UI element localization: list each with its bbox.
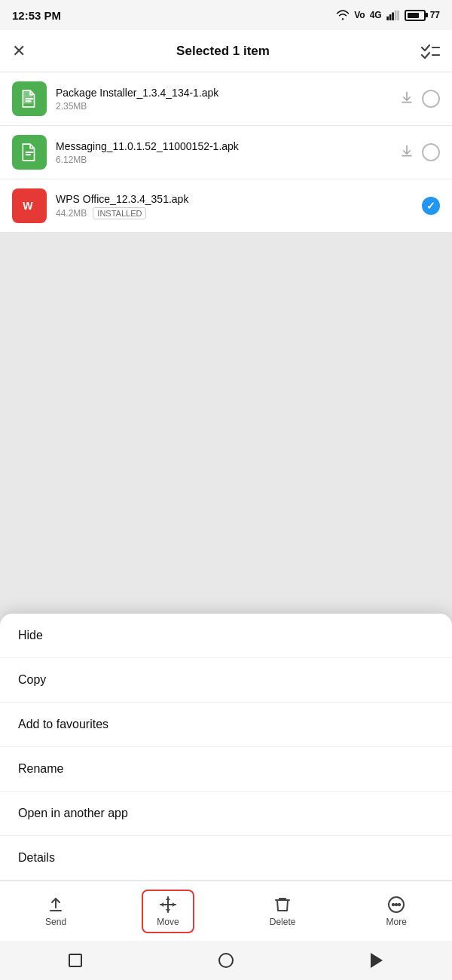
- send-button[interactable]: Send: [30, 890, 81, 933]
- battery-level: 77: [430, 10, 440, 20]
- menu-item-rename[interactable]: Rename: [0, 747, 452, 792]
- status-icons: Vo 4G 77: [336, 10, 440, 21]
- svg-rect-4: [397, 11, 399, 20]
- svg-point-19: [396, 903, 397, 905]
- close-button[interactable]: ✕: [12, 43, 26, 60]
- top-bar: ✕ Selected 1 item: [0, 30, 452, 72]
- 4g-icon: 4G: [370, 10, 382, 20]
- svg-rect-9: [26, 100, 32, 102]
- file-actions-3: [422, 197, 440, 215]
- svg-text:W: W: [23, 200, 33, 212]
- svg-rect-0: [386, 17, 389, 20]
- nav-recent-button[interactable]: [62, 947, 89, 974]
- delete-icon: [273, 896, 292, 914]
- file-meta-3: 44.2MB INSTALLED: [56, 207, 413, 219]
- nav-home-button[interactable]: [212, 947, 240, 974]
- checklist-icon: [420, 43, 440, 60]
- download-icon-1: [399, 90, 414, 109]
- select-checkbox-2[interactable]: [422, 143, 440, 161]
- status-time: 12:53 PM: [12, 9, 61, 22]
- home-icon: [218, 953, 234, 968]
- status-bar: 12:53 PM Vo 4G 77: [0, 0, 452, 30]
- file-name-1: Package Installer_1.3.4_134-1.apk: [56, 87, 390, 99]
- more-button[interactable]: More: [371, 890, 422, 933]
- select-checkbox-1[interactable]: [422, 90, 440, 108]
- svg-rect-12: [26, 154, 32, 155]
- wifi-icon: [336, 10, 350, 20]
- file-actions-1: [399, 90, 440, 109]
- file-info-2: Messaging_11.0.1.52_11000152-1.apk 6.12M…: [56, 140, 390, 165]
- installed-badge: INSTALLED: [93, 207, 146, 219]
- file-size-3: 44.2MB: [56, 208, 87, 219]
- list-item[interactable]: Messaging_11.0.1.52_11000152-1.apk 6.12M…: [0, 126, 452, 179]
- move-label: Move: [157, 917, 179, 927]
- file-meta-1: 2.35MB: [56, 101, 390, 112]
- nav-back-button[interactable]: [363, 947, 390, 974]
- move-icon: [159, 896, 177, 914]
- svg-rect-3: [394, 11, 396, 20]
- battery-icon: [405, 10, 426, 21]
- file-size-2: 6.12MB: [56, 155, 87, 165]
- more-icon: [387, 896, 405, 914]
- delete-label: Delete: [270, 917, 296, 927]
- file-name-2: Messaging_11.0.1.52_11000152-1.apk: [56, 140, 390, 152]
- context-menu: Hide Copy Add to favourites Rename Open …: [0, 614, 452, 980]
- send-label: Send: [45, 917, 66, 927]
- list-item[interactable]: Package Installer_1.3.4_134-1.apk 2.35MB: [0, 72, 452, 126]
- wps-icon: W: [20, 196, 39, 216]
- file-list: Package Installer_1.3.4_134-1.apk 2.35MB: [0, 72, 452, 233]
- menu-item-hide[interactable]: Hide: [0, 614, 452, 658]
- svg-point-20: [399, 903, 400, 905]
- file-actions-2: [399, 143, 440, 161]
- send-icon: [47, 896, 65, 914]
- svg-rect-11: [26, 152, 34, 153]
- apk-icon-1: [20, 89, 39, 109]
- select-checkbox-3[interactable]: [422, 197, 440, 215]
- file-size-1: 2.35MB: [56, 101, 87, 112]
- file-meta-2: 6.12MB: [56, 155, 390, 165]
- nav-bar: [0, 941, 452, 980]
- bottom-toolbar: Send Move Delete: [0, 880, 452, 941]
- svg-rect-2: [392, 13, 394, 21]
- select-all-button[interactable]: [420, 43, 440, 60]
- file-icon-1: [12, 81, 47, 116]
- page-title: Selected 1 item: [176, 44, 270, 59]
- vo-icon: Vo: [354, 10, 365, 20]
- file-icon-3: W: [12, 188, 47, 223]
- file-name-3: WPS Office_12.3.4_351.apk: [56, 193, 413, 205]
- delete-button[interactable]: Delete: [255, 890, 311, 933]
- menu-item-details[interactable]: Details: [0, 836, 452, 880]
- svg-rect-1: [389, 14, 391, 20]
- menu-item-copy[interactable]: Copy: [0, 658, 452, 703]
- apk-icon-2: [20, 142, 39, 162]
- back-icon: [371, 953, 383, 968]
- svg-rect-8: [26, 98, 34, 100]
- menu-item-open-another-app[interactable]: Open in another app: [0, 792, 452, 836]
- svg-point-18: [392, 903, 394, 905]
- move-button[interactable]: Move: [142, 890, 194, 933]
- more-label: More: [386, 917, 407, 927]
- recent-icon: [69, 954, 82, 967]
- download-icon-2: [399, 143, 414, 161]
- menu-item-add-favourites[interactable]: Add to favourites: [0, 703, 452, 747]
- signal-icon: [386, 10, 400, 20]
- file-info-3: WPS Office_12.3.4_351.apk 44.2MB INSTALL…: [56, 193, 413, 219]
- file-info-1: Package Installer_1.3.4_134-1.apk 2.35MB: [56, 87, 390, 112]
- list-item[interactable]: W WPS Office_12.3.4_351.apk 44.2MB INSTA…: [0, 179, 452, 233]
- file-icon-2: [12, 135, 47, 170]
